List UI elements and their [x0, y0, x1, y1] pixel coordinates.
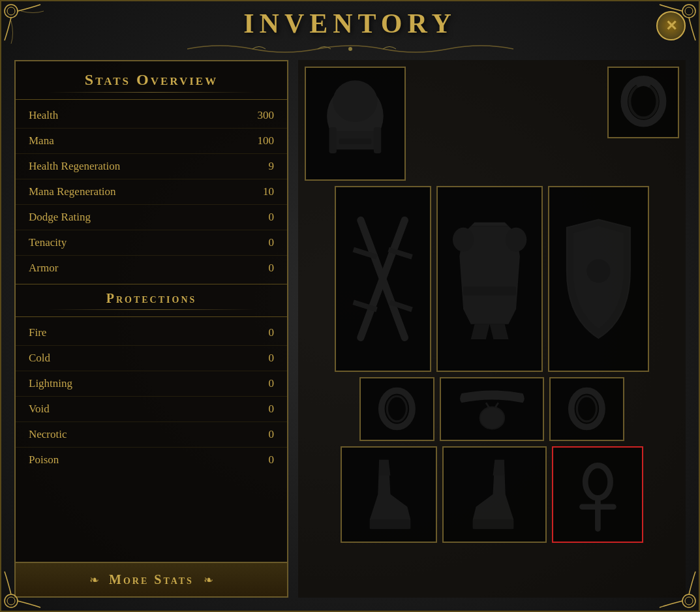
protections-divider [48, 309, 255, 310]
stat-name-health: Health [29, 109, 58, 122]
equipment-row-4 [305, 446, 679, 543]
equipment-row-2 [305, 186, 679, 372]
stat-name-dodge: Dodge Rating [29, 211, 91, 224]
svg-point-0 [5, 5, 18, 18]
stat-value-armor: 0 [269, 262, 275, 275]
stat-value-dodge: 0 [269, 211, 275, 224]
stat-name-fire: Fire [29, 326, 46, 339]
stat-name-lightning: Lightning [29, 377, 72, 390]
stat-value-void: 0 [269, 403, 275, 416]
stat-row-lightning: Lightning 0 [16, 371, 287, 397]
stat-value-lightning: 0 [269, 377, 275, 390]
svg-rect-14 [374, 127, 381, 153]
stat-name-void: Void [29, 403, 50, 416]
offhand-slot[interactable] [548, 186, 649, 372]
svg-point-29 [479, 407, 504, 429]
weapon-slot[interactable] [335, 186, 431, 372]
ring-slot-left[interactable] [359, 377, 434, 441]
stat-value-poison: 0 [269, 453, 275, 467]
svg-point-37 [585, 466, 610, 498]
equipment-panel [298, 60, 686, 598]
stat-name-health-regen: Health Regeneration [29, 160, 120, 173]
stat-row-tenacity: Tenacity 0 [16, 230, 287, 256]
stats-header: Stats Overview [16, 61, 287, 100]
stat-row-cold: Cold 0 [16, 346, 287, 371]
more-stats-button[interactable]: ❧ More Stats ❧ [16, 562, 287, 596]
stat-name-cold: Cold [29, 352, 50, 365]
corner-decoration-tl [1, 1, 47, 47]
svg-point-4 [5, 594, 18, 607]
stat-row-health: Health 300 [16, 103, 287, 129]
svg-rect-36 [472, 519, 513, 528]
svg-point-7 [685, 597, 693, 605]
title-area: INVENTORY [187, 8, 513, 59]
corner-decoration-br [653, 565, 699, 611]
svg-point-2 [682, 5, 695, 18]
stat-name-tenacity: Tenacity [29, 236, 67, 249]
stat-value-necrotic: 0 [269, 428, 275, 441]
window-title: INVENTORY [187, 8, 513, 39]
header-divider [48, 92, 255, 93]
stat-row-mana: Mana 100 [16, 129, 287, 154]
svg-point-3 [685, 7, 693, 15]
svg-point-24 [506, 228, 526, 252]
svg-point-1 [7, 7, 15, 15]
stat-value-health: 300 [258, 109, 275, 122]
stat-row-necrotic: Necrotic 0 [16, 422, 287, 448]
left-boot-slot[interactable] [341, 446, 437, 543]
amulet-slot[interactable] [440, 377, 544, 441]
close-button[interactable]: ✕ [656, 11, 686, 40]
stat-name-mana-regen: Mana Regeneration [29, 185, 116, 198]
svg-point-34 [577, 397, 596, 422]
trinket-slot[interactable] [552, 446, 643, 543]
svg-point-26 [586, 259, 610, 283]
stat-name-necrotic: Necrotic [29, 428, 67, 441]
svg-line-32 [495, 403, 498, 408]
stat-row-fire: Fire 0 [16, 320, 287, 346]
stat-value-tenacity: 0 [269, 236, 275, 249]
svg-point-6 [682, 594, 695, 607]
stat-row-mana-regen: Mana Regeneration 10 [16, 179, 287, 205]
inventory-window: INVENTORY ✕ Stats Overview Health 300 [0, 0, 700, 612]
fleur-right-icon: ❧ [204, 573, 213, 587]
stat-row-void: Void 0 [16, 397, 287, 422]
corner-decoration-bl [1, 565, 47, 611]
protections-list: Fire 0 Cold 0 Lightning 0 Void 0 Necroti… [16, 317, 287, 476]
svg-rect-13 [329, 127, 337, 153]
stats-title: Stats Overview [22, 71, 281, 89]
helmet-slot[interactable] [305, 67, 406, 181]
stat-row-health-regen: Health Regeneration 9 [16, 154, 287, 179]
right-boot-slot[interactable] [442, 446, 547, 543]
fleur-left-icon: ❧ [89, 573, 99, 587]
stat-name-armor: Armor [29, 262, 58, 275]
svg-rect-25 [463, 286, 516, 296]
ring-slot-right[interactable] [549, 377, 624, 441]
body-slot[interactable] [436, 186, 543, 372]
svg-point-5 [7, 597, 15, 605]
stat-value-mana: 100 [258, 134, 275, 147]
svg-point-8 [348, 47, 352, 51]
stats-panel: Stats Overview Health 300 Mana 100 Healt… [14, 60, 288, 598]
vine-decoration [187, 39, 513, 59]
equipment-row-3 [305, 377, 679, 441]
protections-title: Protections [22, 291, 281, 306]
stat-value-fire: 0 [269, 326, 275, 339]
stat-row-poison: Poison 0 [16, 448, 287, 472]
more-stats-label: More Stats [109, 572, 194, 587]
svg-point-12 [333, 80, 377, 122]
ring-slot-topright[interactable] [607, 67, 679, 138]
stat-row-dodge: Dodge Rating 0 [16, 205, 287, 230]
stat-value-cold: 0 [269, 352, 275, 365]
equipment-row-1 [305, 67, 679, 181]
main-content: Stats Overview Health 300 Mana 100 Healt… [14, 60, 686, 598]
stat-name-poison: Poison [29, 453, 59, 467]
svg-rect-11 [339, 138, 371, 144]
stat-value-health-regen: 9 [269, 160, 275, 173]
stats-list: Health 300 Mana 100 Health Regeneration … [16, 100, 287, 284]
stat-value-mana-regen: 10 [263, 185, 274, 198]
stat-row-armor: Armor 0 [16, 256, 287, 281]
svg-line-30 [486, 403, 489, 408]
svg-rect-35 [370, 519, 410, 528]
svg-point-16 [630, 84, 657, 117]
stat-name-mana: Mana [29, 134, 54, 147]
